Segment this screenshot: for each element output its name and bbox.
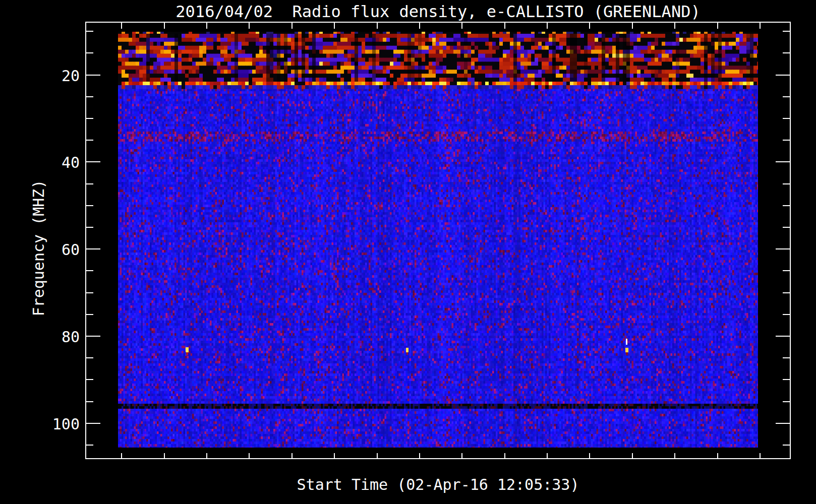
x-minor-tick [547, 23, 548, 29]
x-minor-tick [377, 23, 378, 29]
x-minor-tick [674, 23, 675, 29]
x-minor-tick [589, 23, 590, 29]
y-minor-tick [783, 445, 790, 446]
x-minor-tick [760, 453, 761, 458]
x-minor-tick [292, 453, 293, 458]
y-minor-tick [783, 205, 790, 206]
x-minor-tick [334, 23, 335, 29]
x-minor-tick [632, 23, 633, 29]
x-minor-tick [334, 453, 335, 458]
y-minor-tick [86, 31, 93, 32]
x-minor-tick [249, 453, 250, 458]
x-minor-tick [121, 453, 122, 458]
y-minor-tick [783, 357, 790, 358]
y-minor-tick [86, 205, 93, 206]
x-axis-label: Start Time (02-Apr-16 12:05:33) [85, 476, 791, 493]
x-minor-tick [419, 453, 420, 458]
y-tick-label: 80 [15, 328, 80, 346]
y-major-tick [86, 423, 100, 424]
x-minor-tick [419, 23, 420, 29]
y-major-tick [776, 248, 790, 249]
x-minor-tick [121, 23, 122, 29]
y-minor-tick [783, 52, 790, 53]
x-minor-tick [164, 453, 165, 458]
chart-title: 2016/04/02 Radio flux density, e-CALLIST… [85, 2, 791, 21]
y-tick-label: 40 [15, 154, 80, 171]
x-minor-tick [717, 23, 718, 29]
x-minor-tick [589, 453, 590, 458]
y-major-tick [776, 75, 790, 76]
y-minor-tick [783, 31, 790, 32]
x-minor-tick [206, 23, 207, 29]
y-minor-tick [783, 292, 790, 293]
y-minor-tick [86, 227, 93, 228]
y-major-tick [86, 248, 100, 249]
y-minor-tick [86, 270, 93, 271]
y-minor-tick [86, 314, 93, 315]
y-major-tick [776, 336, 790, 337]
plot-frame [85, 22, 791, 459]
x-minor-tick [504, 453, 505, 458]
y-minor-tick [783, 140, 790, 141]
y-major-tick [776, 423, 790, 424]
y-minor-tick [86, 292, 93, 293]
y-minor-tick [86, 183, 93, 184]
x-minor-tick [674, 453, 675, 458]
spectrogram-page: 2016/04/02 Radio flux density, e-CALLIST… [0, 0, 816, 504]
y-minor-tick [86, 379, 93, 380]
y-minor-tick [86, 445, 93, 446]
y-major-tick [86, 161, 100, 162]
x-minor-tick [206, 453, 207, 458]
x-minor-tick [547, 453, 548, 458]
x-minor-tick [249, 23, 250, 29]
y-tick-label: 100 [15, 415, 80, 433]
y-major-tick [776, 161, 790, 162]
x-minor-tick [632, 453, 633, 458]
y-minor-tick [783, 183, 790, 184]
x-minor-tick [760, 23, 761, 29]
x-minor-tick [717, 453, 718, 458]
x-minor-tick [164, 23, 165, 29]
x-minor-tick [461, 453, 462, 458]
y-tick-label: 60 [15, 241, 80, 259]
y-minor-tick [86, 140, 93, 141]
y-major-tick [86, 336, 100, 337]
y-minor-tick [86, 52, 93, 53]
y-minor-tick [86, 401, 93, 402]
y-major-tick [86, 75, 100, 76]
y-minor-tick [783, 118, 790, 119]
y-minor-tick [86, 96, 93, 97]
y-minor-tick [783, 401, 790, 402]
y-minor-tick [783, 270, 790, 271]
y-minor-tick [86, 118, 93, 119]
y-tick-label: 20 [15, 67, 80, 85]
y-minor-tick [783, 96, 790, 97]
x-minor-tick [461, 23, 462, 29]
y-axis-label: Frequency (MHZ) [30, 180, 47, 317]
y-minor-tick [783, 227, 790, 228]
x-minor-tick [377, 453, 378, 458]
x-minor-tick [292, 23, 293, 29]
y-minor-tick [783, 314, 790, 315]
y-minor-tick [783, 379, 790, 380]
x-minor-tick [504, 23, 505, 29]
y-minor-tick [86, 357, 93, 358]
